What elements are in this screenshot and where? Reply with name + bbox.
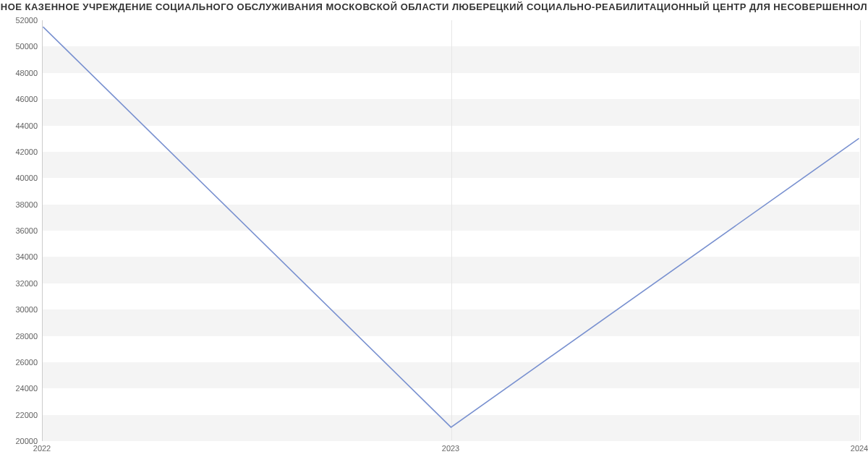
y-tick-label: 36000	[3, 226, 38, 235]
y-tick-label: 32000	[3, 279, 38, 288]
y-tick-label: 42000	[3, 148, 38, 156]
y-tick-label: 30000	[3, 305, 38, 314]
x-gridline	[860, 20, 861, 440]
x-tick-label: 2024	[851, 444, 868, 453]
y-tick-label: 38000	[3, 200, 38, 209]
y-tick-label: 44000	[3, 121, 38, 130]
y-tick-label: 28000	[3, 332, 38, 341]
y-tick-label: 26000	[3, 358, 38, 367]
series-line	[43, 27, 859, 427]
chart-title: НОЕ КАЗЕННОЕ УЧРЕЖДЕНИЕ СОЦИАЛЬНОГО ОБСЛ…	[0, 1, 868, 12]
series-layer	[43, 20, 859, 440]
x-tick-label: 2023	[442, 444, 459, 453]
y-tick-label: 46000	[3, 95, 38, 103]
x-tick-label: 2022	[33, 444, 51, 453]
y-tick-label: 52000	[3, 16, 38, 25]
y-tick-label: 40000	[3, 174, 38, 182]
chart-container: НОЕ КАЗЕННОЕ УЧРЕЖДЕНИЕ СОЦИАЛЬНОГО ОБСЛ…	[0, 0, 868, 470]
y-tick-label: 50000	[3, 42, 38, 51]
y-tick-label: 48000	[3, 69, 38, 77]
y-tick-label: 24000	[3, 384, 38, 393]
y-tick-label: 34000	[3, 252, 38, 261]
y-tick-label: 22000	[3, 411, 38, 419]
plot-area	[42, 20, 859, 441]
